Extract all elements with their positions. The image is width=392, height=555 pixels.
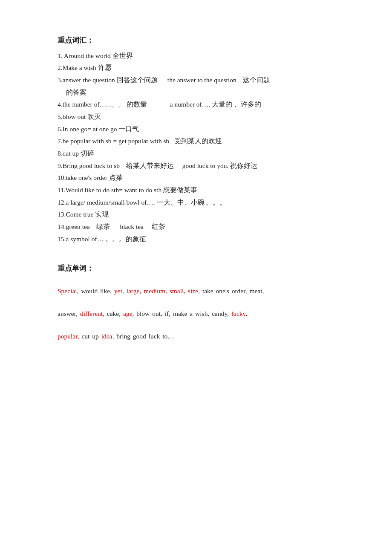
vocab-item-13: 13.Come true 实现 — [58, 208, 334, 221]
vocabulary-section: 重点词汇： 1. Around the world 全世界 2.Make a w… — [58, 34, 334, 245]
vocab-item-3-wrap: 的答案 — [58, 87, 334, 99]
vocab-item-12: 12.a large/ medium/small bowl of…. 一大、中、… — [58, 197, 334, 209]
keywords-line3: popular, cut up idea, bring good luck to… — [58, 328, 334, 344]
word-cutup: cut up — [79, 332, 101, 340]
vocab-item-6: 6.In one go= at one go 一口气 — [58, 123, 334, 136]
vocab-item-10: 10.take one's order 点菜 — [58, 172, 334, 184]
vocab-item-5: 5.blow out 吹灭 — [58, 111, 334, 123]
word-lucky: lucky, — [231, 310, 247, 317]
keywords-line2: answer, different, cake, age, blow out, … — [58, 306, 334, 321]
vocab-item-3: 3.answer the question 回答这个问题 the answer … — [58, 74, 334, 98]
word-sep1: , would like, — [77, 287, 114, 295]
word-popular: popular, — [58, 332, 79, 340]
word-bring: bring good luck to… — [114, 332, 174, 340]
vocab-item-15: 15.a symbol of… 。。。的象征 — [58, 233, 334, 246]
vocab-item-11: 11.Would like to do sth= want to do sth … — [58, 184, 334, 197]
vocab-item-2: 2.Make a wish 许愿 — [58, 62, 334, 74]
vocab-item-8: 8.cut up 切碎 — [58, 147, 334, 160]
word-different: different, — [80, 310, 104, 317]
word-order: take one's order, meat, — [200, 287, 264, 295]
vocab-item-4: 4.the number of…. .。。 的数量 a number of…. … — [58, 98, 334, 111]
word-cake: cake, — [104, 310, 123, 317]
keywords-line1: Special, would like, yet, large, medium,… — [58, 283, 334, 299]
section2-title: 重点单词： — [58, 262, 334, 275]
vocab-item-1: 1. Around the world 全世界 — [58, 50, 334, 62]
section1-title: 重点词汇： — [58, 34, 334, 47]
word-special: Special — [58, 287, 77, 295]
vocab-number-1: 1. — [58, 52, 63, 59]
vocab-item-7: 7.be popular with sb = get popular with … — [58, 135, 334, 147]
word-idea: idea, — [101, 332, 114, 340]
word-answer: answer, — [58, 310, 80, 317]
vocab-item-9: 9.Bring good luck to sb 给某人带来好运 good luc… — [58, 160, 334, 172]
word-age: age, — [123, 310, 134, 317]
word-yet-large: yet, large, medium, small, size, — [114, 287, 200, 295]
vocab-item-14: 14.green tea 绿茶 black tea 红茶 — [58, 221, 334, 233]
keywords-section: 重点单词： Special, would like, yet, large, m… — [58, 262, 334, 344]
word-blow: blow out, if, make a wish, candy, — [134, 310, 231, 317]
